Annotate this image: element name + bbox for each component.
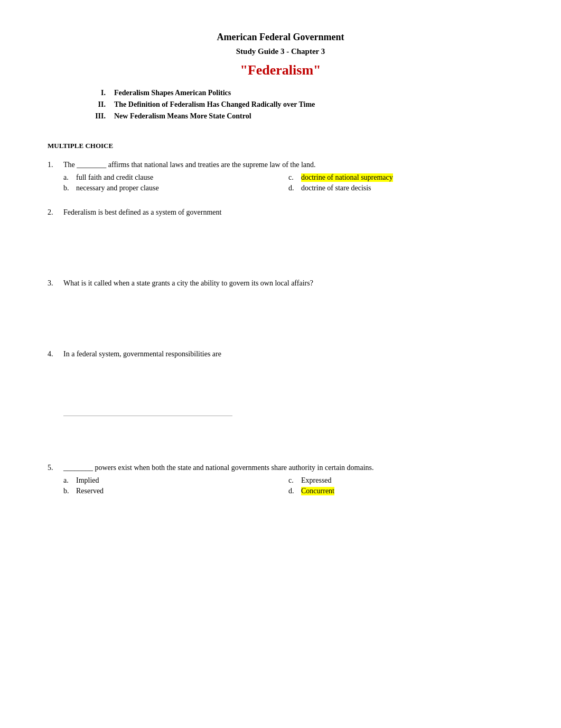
- question-text: 4.In a federal system, governmental resp…: [48, 350, 513, 358]
- question-number: 5.: [48, 464, 63, 472]
- answer-options: a.Impliedc.Expressedb.Reservedd.Concurre…: [63, 476, 513, 495]
- option-text: necessary and proper clause: [76, 184, 159, 192]
- answer-space: [48, 363, 513, 405]
- answer-option: a.full faith and credit clause: [63, 173, 288, 182]
- question-block: 2.Federalism is best defined as a system…: [48, 208, 513, 263]
- option-letter: c.: [288, 476, 301, 485]
- question-body: Federalism is best defined as a system o…: [63, 208, 513, 217]
- section-label: MULTIPLE CHOICE: [48, 142, 513, 150]
- answer-option: c.Expressed: [288, 476, 513, 485]
- outline-item: II.The Definition of Federalism Has Chan…: [79, 100, 513, 109]
- option-letter: d.: [288, 487, 301, 495]
- answer-option: a.Implied: [63, 476, 288, 485]
- page-header: American Federal Government Study Guide …: [48, 32, 513, 78]
- option-text: doctrine of national supremacy: [301, 173, 393, 182]
- outline-text: New Federalism Means More State Control: [114, 112, 251, 121]
- question-number: 3.: [48, 279, 63, 288]
- answer-option: b.Reserved: [63, 487, 288, 495]
- question-body: The ________ affirms that national laws …: [63, 161, 513, 169]
- question-block: 1.The ________ affirms that national law…: [48, 161, 513, 192]
- extra-space: [48, 427, 513, 448]
- question-body: What is it called when a state grants a …: [63, 279, 513, 288]
- option-letter: b.: [63, 184, 76, 192]
- question-text: 3.What is it called when a state grants …: [48, 279, 513, 288]
- option-letter: a.: [63, 173, 76, 182]
- answer-option: d.doctrine of stare decisis: [288, 184, 513, 192]
- option-text: Reserved: [76, 487, 104, 495]
- outline-item: III.New Federalism Means More State Cont…: [79, 112, 513, 121]
- question-body: ________ powers exist when both the stat…: [63, 464, 513, 472]
- roman-numeral: III.: [79, 112, 106, 121]
- answer-option: c.doctrine of national supremacy: [288, 173, 513, 182]
- divider-line: [63, 416, 232, 416]
- outline-text: The Definition of Federalism Has Changed…: [114, 100, 315, 109]
- question-body: In a federal system, governmental respon…: [63, 350, 513, 358]
- question-block: 5.________ powers exist when both the st…: [48, 464, 513, 495]
- outline-list: I.Federalism Shapes American PoliticsII.…: [79, 89, 513, 121]
- question-number: 4.: [48, 350, 63, 358]
- option-letter: b.: [63, 487, 76, 495]
- question-number: 1.: [48, 161, 63, 169]
- answer-options: a.full faith and credit clausec.doctrine…: [63, 173, 513, 192]
- option-letter: d.: [288, 184, 301, 192]
- outline-text: Federalism Shapes American Politics: [114, 89, 231, 97]
- answer-space: [48, 221, 513, 263]
- question-text: 2.Federalism is best defined as a system…: [48, 208, 513, 217]
- option-text: doctrine of stare decisis: [301, 184, 371, 192]
- question-block: 4.In a federal system, governmental resp…: [48, 350, 513, 448]
- roman-numeral: II.: [79, 100, 106, 109]
- option-letter: a.: [63, 476, 76, 485]
- question-text: 5.________ powers exist when both the st…: [48, 464, 513, 472]
- option-text: full faith and credit clause: [76, 173, 153, 182]
- chapter-title: "Federalism": [48, 62, 513, 78]
- questions-container: 1.The ________ affirms that national law…: [48, 161, 513, 495]
- roman-numeral: I.: [79, 89, 106, 97]
- option-letter: c.: [288, 173, 301, 182]
- answer-space: [48, 292, 513, 334]
- answer-option: b.necessary and proper clause: [63, 184, 288, 192]
- subtitle: Study Guide 3 - Chapter 3: [48, 47, 513, 56]
- main-title: American Federal Government: [48, 32, 513, 43]
- option-text: Concurrent: [301, 487, 334, 495]
- question-block: 3.What is it called when a state grants …: [48, 279, 513, 334]
- outline-item: I.Federalism Shapes American Politics: [79, 89, 513, 97]
- answer-option: d.Concurrent: [288, 487, 513, 495]
- option-text: Expressed: [301, 476, 332, 485]
- question-number: 2.: [48, 208, 63, 217]
- question-text: 1.The ________ affirms that national law…: [48, 161, 513, 169]
- option-text: Implied: [76, 476, 99, 485]
